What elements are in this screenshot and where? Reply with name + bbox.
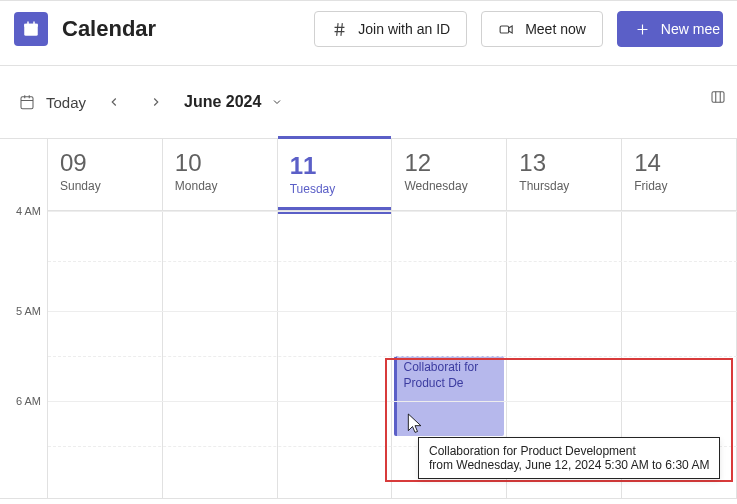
prev-button[interactable] — [100, 88, 128, 116]
top-bar: Calendar Join with an ID Meet now New me… — [0, 0, 737, 66]
next-button[interactable] — [142, 88, 170, 116]
chevron-down-icon — [271, 96, 283, 108]
day-name: Thursday — [519, 179, 609, 193]
svg-rect-5 — [21, 97, 33, 109]
view-switch-button[interactable] — [709, 88, 727, 106]
time-label-6am: 6 AM — [16, 395, 41, 407]
svg-rect-4 — [500, 25, 509, 32]
day-header: 13 Thursday — [507, 139, 621, 211]
day-number: 10 — [175, 149, 265, 177]
video-icon — [498, 21, 515, 38]
meet-now-label: Meet now — [525, 21, 586, 37]
day-name: Friday — [634, 179, 724, 193]
page-title: Calendar — [62, 16, 156, 42]
month-picker[interactable]: June 2024 — [184, 93, 283, 111]
day-number: 14 — [634, 149, 724, 177]
chevron-right-icon — [149, 95, 163, 109]
sub-bar: Today June 2024 — [0, 66, 737, 139]
month-label-text: June 2024 — [184, 93, 261, 111]
event-tooltip: Collaboration for Product Development fr… — [418, 437, 720, 479]
day-header: 12 Wednesday — [392, 139, 506, 211]
event-collaboration[interactable]: Collaborati for Product De — [394, 356, 504, 436]
event-title: Collaborati for Product De — [403, 360, 478, 390]
day-name: Sunday — [60, 179, 150, 193]
calendar-today-icon — [18, 93, 36, 111]
day-header-today: 11 Tuesday — [278, 136, 392, 211]
day-col-sunday[interactable]: 09 Sunday — [48, 139, 163, 498]
svg-rect-1 — [24, 24, 38, 27]
column-view-icon — [709, 88, 727, 106]
meet-now-button[interactable]: Meet now — [481, 11, 603, 47]
today-button[interactable]: Today — [18, 93, 86, 111]
day-header: 14 Friday — [622, 139, 736, 211]
time-label-4am: 4 AM — [16, 205, 41, 217]
join-with-id-button[interactable]: Join with an ID — [314, 11, 467, 47]
new-meeting-button[interactable]: New mee — [617, 11, 723, 47]
chevron-left-icon — [107, 95, 121, 109]
hash-icon — [331, 21, 348, 38]
day-name: Tuesday — [290, 182, 380, 196]
day-number: 09 — [60, 149, 150, 177]
tooltip-time: from Wednesday, June 12, 2024 5:30 AM to… — [429, 458, 709, 472]
calendar-app-icon — [14, 12, 48, 46]
new-meeting-label: New mee — [661, 21, 720, 37]
day-col-monday[interactable]: 10 Monday — [163, 139, 278, 498]
time-gutter: 4 AM 5 AM 6 AM — [0, 139, 48, 498]
day-number: 13 — [519, 149, 609, 177]
tooltip-title: Collaboration for Product Development — [429, 444, 709, 458]
day-col-tuesday[interactable]: 11 Tuesday — [278, 139, 393, 498]
svg-rect-6 — [712, 92, 724, 103]
day-name: Monday — [175, 179, 265, 193]
today-label: Today — [46, 94, 86, 111]
join-with-id-label: Join with an ID — [358, 21, 450, 37]
time-label-5am: 5 AM — [16, 305, 41, 317]
day-name: Wednesday — [404, 179, 494, 193]
day-header: 09 Sunday — [48, 139, 162, 211]
svg-rect-2 — [27, 22, 29, 26]
day-number: 12 — [404, 149, 494, 177]
plus-icon — [634, 21, 651, 38]
svg-rect-3 — [33, 22, 35, 26]
day-header: 10 Monday — [163, 139, 277, 211]
day-number: 11 — [290, 152, 380, 180]
